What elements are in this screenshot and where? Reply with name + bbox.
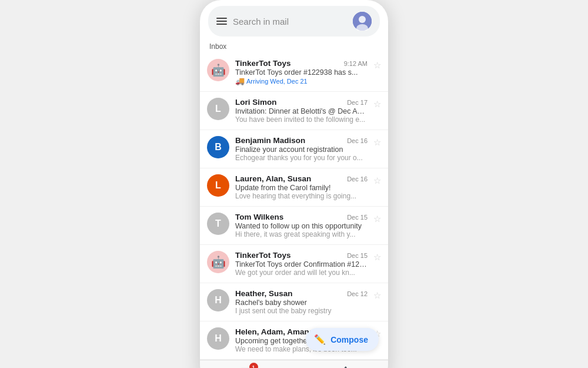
email-preview: Love hearing that everything is going... [235,192,368,200]
email-content: TinkerTot ToysDec 15TinkerTot Toys order… [235,251,368,277]
sender-avatar: 🤖 [207,59,229,81]
email-content: Lauren, Alan, SusanDec 16Update from the… [235,174,368,200]
star-button[interactable]: ☆ [373,175,381,186]
search-bar[interactable]: Search in mail [208,6,380,37]
star-button[interactable]: ☆ [373,99,381,110]
sender-avatar: 🤖 [207,251,229,273]
mail-badge: 1 [249,363,258,368]
star-button[interactable]: ☆ [373,290,381,301]
email-content: TinkerTot Toys9:12 AMTinkerTot Toys orde… [235,59,368,85]
tracking-icon: 🚚 [235,77,245,85]
svg-point-1 [359,16,366,23]
sender-name: TinkerTot Toys [235,251,291,260]
email-subject: Finalize your account registration [235,145,368,154]
email-item[interactable]: LLauren, Alan, SusanDec 16Update from th… [200,168,388,207]
email-date: Dec 12 [347,290,368,297]
sender-avatar: L [207,98,229,120]
star-button[interactable]: ☆ [373,60,381,71]
email-preview: 🚚Arriving Wed, Dec 21 [235,77,368,85]
email-preview: I just sent out the baby registry [235,307,368,315]
email-content: Tom WilkensDec 15Wanted to follow up on … [235,213,368,238]
compose-button[interactable]: ✏️ Compose [306,328,379,351]
email-subject: Wanted to follow up on this opportunity [235,222,368,230]
star-button[interactable]: ☆ [373,137,381,148]
compose-label: Compose [330,335,368,344]
email-content: Benjamin MadisonDec 16Finalize your acco… [235,136,368,162]
sender-name: Lauren, Alan, Susan [235,174,311,183]
email-subject: Invitation: Dinner at Belotti's @ Dec Ap… [235,107,368,115]
email-item[interactable]: TTom WilkensDec 15Wanted to follow up on… [200,207,388,245]
email-date: Dec 15 [347,214,368,221]
search-input[interactable]: Search in mail [233,16,347,26]
email-date: Dec 17 [347,99,368,106]
mail-icon: ✉️ 1 [240,365,255,368]
email-content: Heather, SusanDec 12Rachel's baby shower… [235,289,368,315]
inbox-label: Inbox [200,41,388,53]
nav-mail[interactable]: ✉️ 1 [240,365,255,368]
email-item[interactable]: BBenjamin MadisonDec 16Finalize your acc… [200,130,388,168]
sender-avatar: B [207,136,229,158]
email-subject: Update from the Carol family! [235,184,368,192]
bottom-nav: ✉️ 1 📹 [200,360,388,368]
email-preview: You have been invited to the following e… [235,115,368,124]
phone-frame: Search in mail Inbox 🤖TinkerTot Toys9:12… [200,0,388,368]
tracking-text: Arriving Wed, Dec 21 [246,78,308,85]
compose-icon: ✏️ [314,334,326,345]
email-preview: Hi there, it was great speaking with y..… [235,230,368,238]
email-preview: We got your order and will let you kn... [235,268,368,277]
email-subject: Rachel's baby shower [235,299,368,307]
email-date: 9:12 AM [344,60,368,67]
email-preview: Echogear thanks you for you for your o..… [235,154,368,162]
star-button[interactable]: ☆ [373,252,381,263]
sender-name: Tom Wilkens [235,213,283,221]
sender-avatar: L [207,174,229,197]
email-item[interactable]: 🤖TinkerTot ToysDec 15TinkerTot Toys orde… [200,245,388,283]
sender-name: Lori Simon [235,98,277,107]
sender-avatar: H [207,289,229,311]
email-list: 🤖TinkerTot Toys9:12 AMTinkerTot Toys ord… [200,53,388,360]
sender-name: TinkerTot Toys [235,59,291,68]
email-item[interactable]: LLori SimonDec 17Invitation: Dinner at B… [200,92,388,130]
email-content: Lori SimonDec 17Invitation: Dinner at Be… [235,98,368,124]
video-icon: 📹 [334,365,349,368]
email-date: Dec 15 [347,252,368,259]
user-avatar[interactable] [353,12,372,31]
email-item[interactable]: 🤖TinkerTot Toys9:12 AMTinkerTot Toys ord… [200,53,388,92]
sender-name: Benjamin Madison [235,136,305,145]
sender-name: Heather, Susan [235,289,293,298]
sender-avatar: T [207,213,229,235]
email-date: Dec 16 [347,175,368,183]
sender-avatar: H [207,327,229,350]
nav-meet[interactable]: 📹 [334,365,349,368]
email-subject: TinkerTot Toys order #122938 has s... [235,68,368,77]
email-item[interactable]: HHeather, SusanDec 12Rachel's baby showe… [200,283,388,321]
star-button[interactable]: ☆ [373,214,381,224]
hamburger-menu-icon[interactable] [216,18,227,25]
email-subject: TinkerTot Toys order Confirmation #122..… [235,260,368,268]
email-date: Dec 16 [347,137,368,144]
